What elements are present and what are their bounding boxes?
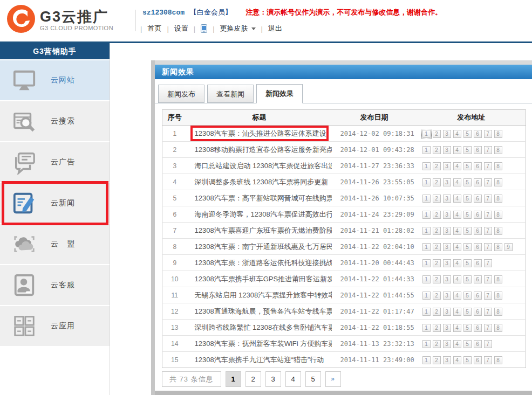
- publish-address-link-8[interactable]: 8: [494, 243, 502, 251]
- publish-address-link-6[interactable]: 6: [474, 324, 482, 332]
- publish-address-link-8[interactable]: 8: [494, 178, 502, 186]
- tab-effect[interactable]: 新闻效果: [256, 84, 303, 103]
- nav-settings[interactable]: 设置: [169, 23, 194, 34]
- publish-address-link-7[interactable]: 7: [484, 162, 492, 170]
- publish-address-link-1[interactable]: 1: [422, 308, 431, 316]
- publish-address-link-8[interactable]: 8: [494, 162, 502, 170]
- publish-address-link-3[interactable]: 3: [443, 146, 451, 154]
- sidebar-item-ads[interactable]: 云广告: [0, 142, 110, 182]
- nav-logout[interactable]: 退出: [263, 23, 288, 34]
- publish-address-link-3[interactable]: 3: [443, 259, 451, 267]
- tab-publish[interactable]: 新闻发布: [158, 85, 204, 103]
- publish-address-link-4[interactable]: 4: [453, 162, 461, 170]
- publish-address-link-6[interactable]: 6: [474, 195, 482, 203]
- publish-address-link-8[interactable]: 8: [494, 130, 502, 138]
- publish-address-link-7[interactable]: 7: [484, 356, 492, 364]
- publish-address-link-7[interactable]: 7: [484, 308, 492, 316]
- publish-address-link-2[interactable]: 2: [433, 340, 441, 348]
- publish-address-link-7[interactable]: 7: [484, 324, 492, 332]
- publish-address-link-7[interactable]: 7: [484, 340, 492, 348]
- publish-address-link-4[interactable]: 4: [453, 211, 461, 219]
- publish-address-link-2[interactable]: 2: [433, 227, 441, 235]
- publish-address-link-5[interactable]: 5: [463, 324, 472, 332]
- mobile-phone-icon[interactable]: [195, 23, 213, 34]
- publish-address-link-1[interactable]: 1: [422, 195, 431, 203]
- publish-address-link-3[interactable]: 3: [443, 292, 451, 300]
- next-page-button[interactable]: »: [325, 371, 341, 387]
- page-button-5[interactable]: 5: [305, 371, 321, 387]
- publish-address-link-3[interactable]: 3: [443, 308, 451, 316]
- publish-address-link-6[interactable]: 6: [474, 356, 482, 364]
- publish-address-link-4[interactable]: 4: [453, 308, 461, 316]
- publish-address-link-1[interactable]: 1: [422, 324, 431, 332]
- publish-address-link-3[interactable]: 3: [443, 275, 451, 283]
- publish-address-link-6[interactable]: 6: [474, 211, 482, 219]
- publish-address-link-1[interactable]: 1: [422, 211, 431, 219]
- content-left-scroll-track[interactable]: [151, 60, 155, 395]
- publish-address-link-6[interactable]: 6: [474, 146, 482, 154]
- publish-address-link-3[interactable]: 3: [443, 178, 451, 186]
- tab-view[interactable]: 查看新闻: [207, 85, 254, 103]
- publish-address-link-2[interactable]: 2: [433, 243, 441, 251]
- publish-address-link-4[interactable]: 4: [453, 130, 461, 138]
- publish-address-link-4[interactable]: 4: [453, 292, 461, 300]
- publish-address-link-1[interactable]: 1: [422, 292, 431, 300]
- publish-address-link-6[interactable]: 6: [474, 130, 482, 138]
- publish-address-link-3[interactable]: 3: [443, 243, 451, 251]
- publish-address-link-2[interactable]: 2: [433, 146, 441, 154]
- publish-address-link-7[interactable]: 7: [484, 292, 492, 300]
- publish-address-link-7[interactable]: 7: [484, 211, 492, 219]
- publish-address-link-3[interactable]: 3: [443, 130, 451, 138]
- publish-address-link-7[interactable]: 7: [484, 146, 492, 154]
- publish-address-link-2[interactable]: 2: [433, 162, 441, 170]
- sidebar-item-service[interactable]: 云客服: [0, 265, 110, 305]
- publish-address-link-1[interactable]: 1: [422, 340, 431, 348]
- publish-address-link-2[interactable]: 2: [433, 356, 441, 364]
- publish-address-link-5[interactable]: 5: [463, 195, 472, 203]
- publish-address-link-4[interactable]: 4: [453, 227, 461, 235]
- publish-address-link-8[interactable]: 8: [494, 292, 502, 300]
- sidebar-item-news[interactable]: 云新闻: [0, 183, 110, 223]
- publish-address-link-9[interactable]: 9: [504, 243, 513, 251]
- publish-address-link-2[interactable]: 2: [433, 324, 441, 332]
- publish-address-link-8[interactable]: 8: [494, 227, 502, 235]
- sidebar-item-search[interactable]: 云搜索: [0, 101, 110, 141]
- publish-address-link-6[interactable]: 6: [474, 275, 482, 283]
- publish-address-link-2[interactable]: 2: [433, 308, 441, 316]
- publish-address-link-5[interactable]: 5: [463, 308, 472, 316]
- publish-address-link-1[interactable]: 1: [422, 162, 431, 170]
- publish-address-link-7[interactable]: 7: [484, 275, 492, 283]
- publish-address-link-1[interactable]: 1: [422, 275, 431, 283]
- publish-address-link-5[interactable]: 5: [463, 146, 472, 154]
- publish-address-link-6[interactable]: 6: [474, 243, 482, 251]
- publish-address-link-1[interactable]: 1: [422, 130, 431, 138]
- publish-address-link-4[interactable]: 4: [453, 259, 461, 267]
- publish-address-link-1[interactable]: 1: [422, 146, 431, 154]
- sidebar-item-apps[interactable]: 云应用: [0, 306, 110, 346]
- publish-address-link-3[interactable]: 3: [443, 162, 451, 170]
- publish-address-link-4[interactable]: 4: [453, 195, 461, 203]
- publish-address-link-5[interactable]: 5: [463, 211, 472, 219]
- publish-address-link-3[interactable]: 3: [443, 356, 451, 364]
- publish-address-link-4[interactable]: 4: [453, 146, 461, 154]
- publish-address-link-2[interactable]: 2: [433, 292, 441, 300]
- nav-change-skin[interactable]: 更换皮肤: [215, 23, 261, 34]
- publish-address-link-7[interactable]: 7: [484, 259, 492, 267]
- publish-address-link-7[interactable]: 7: [484, 227, 492, 235]
- publish-address-link-7[interactable]: 7: [484, 130, 492, 138]
- publish-address-link-5[interactable]: 5: [463, 275, 472, 283]
- publish-address-link-3[interactable]: 3: [443, 195, 451, 203]
- publish-address-link-6[interactable]: 6: [474, 259, 482, 267]
- publish-address-link-1[interactable]: 1: [422, 356, 431, 364]
- publish-address-link-4[interactable]: 4: [453, 275, 461, 283]
- publish-address-link-1[interactable]: 1: [422, 227, 431, 235]
- page-button-3[interactable]: 3: [265, 371, 281, 387]
- sidebar-item-website[interactable]: 云网站: [0, 60, 110, 100]
- publish-address-link-6[interactable]: 6: [474, 162, 482, 170]
- page-button-2[interactable]: 2: [245, 371, 261, 387]
- publish-address-link-6[interactable]: 6: [474, 178, 482, 186]
- page-button-1[interactable]: 1: [226, 371, 241, 387]
- publish-address-link-2[interactable]: 2: [433, 130, 441, 138]
- publish-address-link-2[interactable]: 2: [433, 211, 441, 219]
- publish-address-link-5[interactable]: 5: [463, 259, 472, 267]
